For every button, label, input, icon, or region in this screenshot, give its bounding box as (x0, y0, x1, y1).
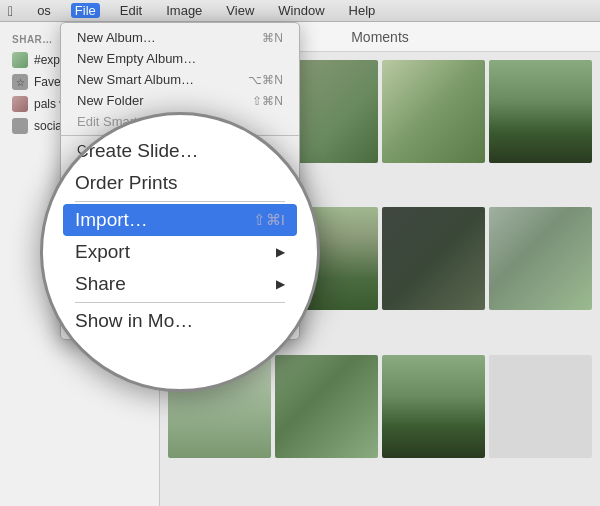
menubar-item-edit[interactable]: Edit (116, 3, 146, 18)
sidebar-icon-social (12, 118, 28, 134)
mag-separator-2 (75, 302, 285, 303)
photo-cell-8[interactable] (489, 207, 592, 310)
menubar-item-window[interactable]: Window (274, 3, 328, 18)
apple-menu[interactable]:  (8, 3, 13, 19)
magnified-menu: Create Slide… Order Prints Import… ⇧⌘I E… (63, 135, 297, 337)
mag-item-create-slide[interactable]: Create Slide… (63, 135, 297, 167)
menubar-item-view[interactable]: View (222, 3, 258, 18)
menubar-item-image[interactable]: Image (162, 3, 206, 18)
menu-new-album[interactable]: New Album… ⌘N (61, 27, 299, 48)
sidebar-icon-exploring (12, 52, 28, 68)
moments-title: Moments (351, 29, 409, 45)
menu-new-empty-album[interactable]: New Empty Album… (61, 48, 299, 69)
menubar-item-os[interactable]: os (33, 3, 55, 18)
photo-cell-3[interactable] (382, 60, 485, 163)
mag-item-export[interactable]: Export ▶ (63, 236, 297, 268)
menubar:  os File Edit Image View Window Help (0, 0, 600, 22)
photo-cell-11[interactable] (382, 355, 485, 458)
photo-cell-4[interactable] (489, 60, 592, 163)
file-menu-dropdown: New Album… ⌘N New Empty Album… New Smart… (60, 22, 300, 340)
mag-separator-1 (75, 201, 285, 202)
menubar-item-file[interactable]: File (71, 3, 100, 18)
sidebar-icon-pals (12, 96, 28, 112)
mag-item-share[interactable]: Share ▶ (63, 268, 297, 300)
mag-item-show-mo[interactable]: Show in Mo… (63, 305, 297, 337)
photo-cell-7[interactable] (382, 207, 485, 310)
photo-cell-10[interactable] (275, 355, 378, 458)
magnifier-circle: Create Slide… Order Prints Import… ⇧⌘I E… (40, 112, 320, 392)
menubar-item-help[interactable]: Help (345, 3, 380, 18)
mag-item-order-prints[interactable]: Order Prints (63, 167, 297, 199)
menu-new-folder[interactable]: New Folder ⇧⌘N (61, 90, 299, 111)
sidebar-icon-faves: ☆ (12, 74, 28, 90)
mag-item-import[interactable]: Import… ⇧⌘I (63, 204, 297, 236)
menu-new-smart-album[interactable]: New Smart Album… ⌥⌘N (61, 69, 299, 90)
photo-cell-12[interactable] (489, 355, 592, 458)
